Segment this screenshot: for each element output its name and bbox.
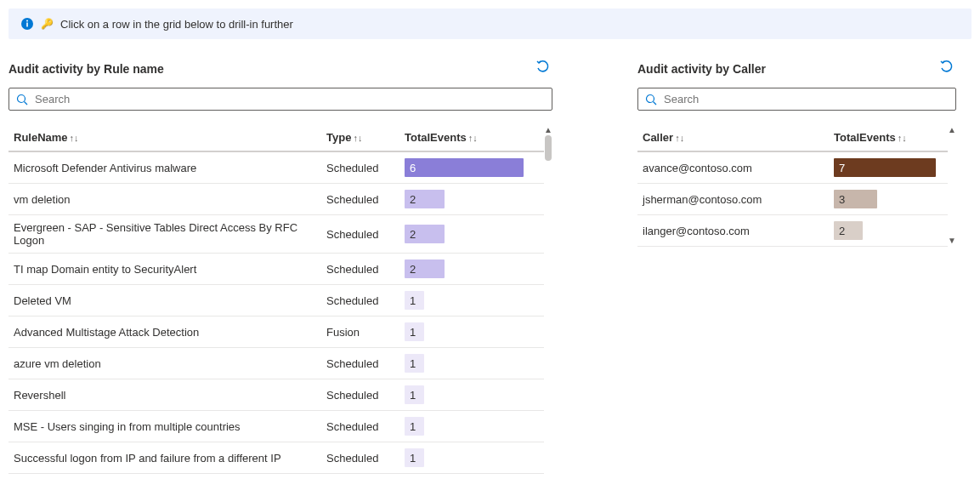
info-icon	[20, 17, 34, 31]
cell-totalevents: 2	[405, 190, 524, 208]
cell-totalevents: 1	[405, 448, 524, 467]
cell-type: Scheduled	[326, 357, 405, 370]
svg-point-3	[18, 94, 25, 102]
sort-icon: ↑↓	[353, 133, 362, 143]
undo-button-caller[interactable]	[938, 58, 956, 79]
svg-point-5	[647, 94, 654, 102]
table-row[interactable]: ilanger@contoso.com2	[637, 215, 948, 247]
table-row[interactable]: Evergreen - SAP - Sensitive Tables Direc…	[8, 215, 544, 254]
cell-totalevents: 3	[834, 190, 936, 208]
cell-rulename: Evergreen - SAP - Sensitive Tables Direc…	[14, 221, 326, 247]
cell-type: Scheduled	[326, 193, 405, 206]
undo-button-rule[interactable]	[534, 58, 552, 79]
panel-title-rule: Audit activity by Rule name	[8, 62, 164, 76]
col-header-totalevents-caller[interactable]: TotalEvents ↑↓	[834, 131, 936, 144]
col-header-rulename[interactable]: RuleName ↑↓	[14, 131, 326, 144]
sort-icon: ↑↓	[70, 133, 79, 143]
table-row[interactable]: avance@contoso.com7	[637, 152, 948, 184]
scroll-thumb[interactable]	[545, 135, 552, 161]
search-icon	[645, 94, 657, 105]
cell-totalevents: 2	[405, 259, 524, 278]
table-row[interactable]: jsherman@contoso.com3	[637, 184, 948, 215]
table-row[interactable]: azure vm deletionScheduled1	[8, 348, 544, 379]
table-row[interactable]: Microsoft Defender Antivirus malwareSche…	[8, 152, 544, 184]
cell-totalevents: 1	[405, 291, 524, 310]
sort-icon: ↑↓	[468, 133, 478, 143]
cell-type: Scheduled	[326, 263, 405, 276]
search-wrap-rule[interactable]	[8, 88, 552, 111]
cell-totalevents: 1	[405, 322, 524, 341]
cell-type: Scheduled	[326, 389, 405, 402]
table-row[interactable]: Advanced Multistage Attack DetectionFusi…	[8, 316, 544, 348]
cell-caller: ilanger@contoso.com	[643, 225, 834, 237]
cell-rulename: Revershell	[14, 389, 326, 402]
cell-rulename: MSE - Users singing in from multiple cou…	[14, 420, 326, 433]
cell-totalevents: 6	[405, 158, 524, 177]
cell-totalevents: 1	[405, 385, 524, 404]
undo-icon	[939, 60, 955, 75]
sort-icon: ↑↓	[898, 133, 907, 143]
grid-caller: Caller ↑↓ TotalEvents ↑↓ avance@contoso.…	[637, 124, 948, 247]
table-row[interactable]: Europium - Hash and IP IOCs - September …	[8, 474, 544, 479]
search-icon	[16, 94, 28, 105]
panel-caller: Audit activity by Caller Caller ↑↓ Total…	[637, 58, 956, 479]
svg-line-4	[25, 101, 28, 105]
scroll-up-icon[interactable]: ▲	[948, 126, 956, 134]
table-row[interactable]: TI map Domain entity to SecurityAlertSch…	[8, 254, 544, 285]
cell-type: Scheduled	[326, 294, 405, 307]
svg-line-6	[654, 101, 657, 105]
cell-caller: avance@contoso.com	[643, 162, 834, 174]
col-header-caller[interactable]: Caller ↑↓	[643, 131, 834, 144]
table-row[interactable]: Deleted VMScheduled1	[8, 285, 544, 316]
cell-rulename: TI map Domain entity to SecurityAlert	[14, 263, 326, 276]
search-wrap-caller[interactable]	[637, 88, 956, 111]
grid-header-caller: Caller ↑↓ TotalEvents ↑↓	[637, 124, 948, 152]
cell-totalevents: 1	[405, 354, 524, 373]
sort-icon: ↑↓	[675, 133, 684, 143]
cell-rulename: Successful logon from IP and failure fro…	[14, 452, 326, 465]
table-row[interactable]: Successful logon from IP and failure fro…	[8, 442, 544, 474]
scrollbar-rule[interactable]: ▲ ▼	[544, 124, 552, 479]
table-row[interactable]: RevershellScheduled1	[8, 379, 544, 411]
table-row[interactable]: vm deletionScheduled2	[8, 184, 544, 215]
cell-rulename: azure vm deletion	[14, 357, 326, 370]
grid-rule: RuleName ↑↓ Type ↑↓ TotalEvents ↑↓ Micro…	[8, 124, 544, 479]
grid-header-rule: RuleName ↑↓ Type ↑↓ TotalEvents ↑↓	[8, 124, 544, 152]
cell-totalevents: 1	[405, 417, 524, 436]
scroll-down-icon[interactable]: ▼	[948, 237, 956, 245]
search-input-rule[interactable]	[33, 92, 545, 106]
info-bar: 🔑 Click on a row in the grid below to dr…	[8, 9, 972, 39]
cell-rulename: Advanced Multistage Attack Detection	[14, 326, 326, 339]
scrollbar-caller[interactable]: ▲ ▼	[948, 124, 956, 247]
cell-type: Scheduled	[326, 420, 405, 433]
undo-icon	[535, 60, 551, 75]
table-row[interactable]: MSE - Users singing in from multiple cou…	[8, 411, 544, 442]
cell-rulename: Microsoft Defender Antivirus malware	[14, 162, 326, 174]
cell-totalevents: 7	[834, 158, 936, 177]
cell-type: Scheduled	[326, 228, 405, 241]
svg-rect-1	[26, 23, 28, 27]
cell-caller: jsherman@contoso.com	[643, 193, 834, 206]
cell-rulename: Deleted VM	[14, 294, 326, 307]
info-bar-text: Click on a row in the grid below to dril…	[60, 18, 293, 31]
cell-type: Fusion	[326, 326, 405, 339]
search-input-caller[interactable]	[662, 92, 949, 106]
panel-title-caller: Audit activity by Caller	[637, 62, 766, 76]
cell-totalevents: 2	[834, 221, 936, 240]
key-icon: 🔑	[41, 18, 54, 30]
cell-type: Scheduled	[326, 452, 405, 465]
cell-rulename: vm deletion	[14, 193, 326, 206]
panel-rule-name: Audit activity by Rule name RuleName ↑↓ …	[8, 58, 552, 479]
cell-totalevents: 2	[405, 225, 524, 243]
cell-type: Scheduled	[326, 162, 405, 174]
col-header-totalevents[interactable]: TotalEvents ↑↓	[405, 131, 524, 144]
svg-point-2	[26, 20, 28, 22]
col-header-type[interactable]: Type ↑↓	[326, 131, 405, 144]
scroll-up-icon[interactable]: ▲	[544, 126, 552, 134]
